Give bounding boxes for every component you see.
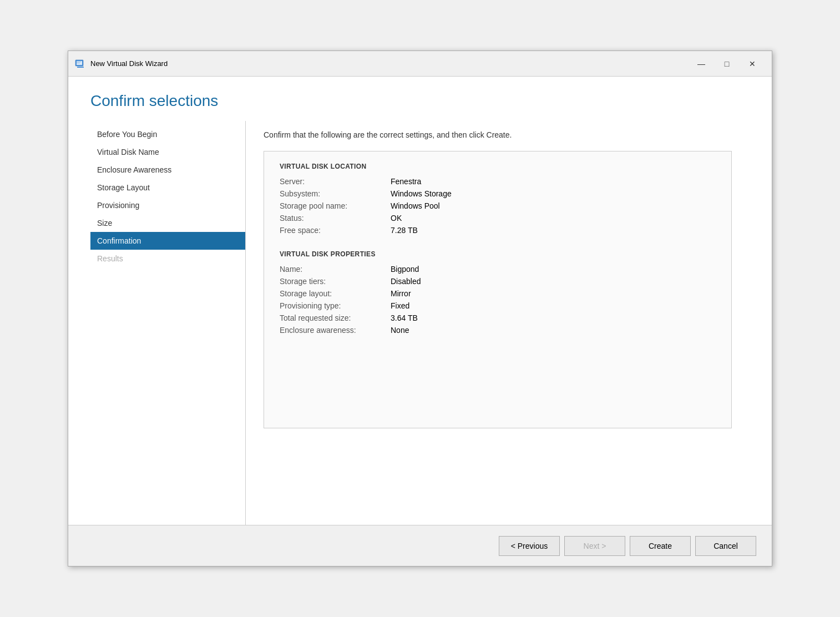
window-controls: — □ ✕ xyxy=(689,55,765,73)
info-value: Windows Pool xyxy=(391,201,440,210)
info-label: Free space: xyxy=(280,226,391,235)
info-row: Total requested size:3.64 TB xyxy=(280,313,716,322)
info-label: Status: xyxy=(280,214,391,222)
page-title: Confirm selections xyxy=(90,92,750,110)
next-button[interactable]: Next > xyxy=(564,536,625,556)
minimize-button[interactable]: — xyxy=(689,55,714,73)
sidebar-item-storage-layout[interactable]: Storage Layout xyxy=(90,179,245,196)
info-row: Storage tiers:Disabled xyxy=(280,277,716,286)
sidebar-item-provisioning[interactable]: Provisioning xyxy=(90,196,245,214)
properties-section-title: VIRTUAL DISK PROPERTIES xyxy=(280,250,716,258)
info-label: Total requested size: xyxy=(280,313,391,322)
info-label: Storage layout: xyxy=(280,289,391,298)
app-icon xyxy=(75,58,86,69)
info-label: Enclosure awareness: xyxy=(280,326,391,335)
sidebar-item-before-you-begin[interactable]: Before You Begin xyxy=(90,125,245,143)
info-value: Mirror xyxy=(391,289,411,298)
info-label: Name: xyxy=(280,265,391,274)
content-area: Confirm selections Before You BeginVirtu… xyxy=(68,77,772,525)
sidebar: Before You BeginVirtual Disk NameEnclosu… xyxy=(90,121,246,525)
info-row: Free space:7.28 TB xyxy=(280,226,716,235)
previous-button[interactable]: < Previous xyxy=(499,536,560,556)
info-value: Fixed xyxy=(391,301,409,310)
cancel-button[interactable]: Cancel xyxy=(695,536,756,556)
info-row: Provisioning type:Fixed xyxy=(280,301,716,310)
info-row: Name:Bigpond xyxy=(280,265,716,274)
sidebar-item-size[interactable]: Size xyxy=(90,214,245,232)
sidebar-item-results: Results xyxy=(90,250,245,267)
close-button[interactable]: ✕ xyxy=(740,55,765,73)
info-value: 3.64 TB xyxy=(391,313,418,322)
sidebar-item-confirmation[interactable]: Confirmation xyxy=(90,232,245,250)
info-value: Fenestra xyxy=(391,177,421,186)
window-title: New Virtual Disk Wizard xyxy=(90,59,689,68)
info-row: Subsystem:Windows Storage xyxy=(280,189,716,198)
footer: < Previous Next > Create Cancel xyxy=(68,525,772,566)
info-value: Bigpond xyxy=(391,265,419,274)
sidebar-item-virtual-disk-name[interactable]: Virtual Disk Name xyxy=(90,143,245,161)
info-label: Storage pool name: xyxy=(280,201,391,210)
description-text: Confirm that the following are the corre… xyxy=(264,130,732,141)
info-label: Provisioning type: xyxy=(280,301,391,310)
info-label: Server: xyxy=(280,177,391,186)
page-header: Confirm selections xyxy=(68,77,772,121)
info-row: Enclosure awareness:None xyxy=(280,326,716,335)
info-value: Disabled xyxy=(391,277,421,286)
sidebar-item-enclosure-awareness[interactable]: Enclosure Awareness xyxy=(90,161,245,179)
info-value: None xyxy=(391,326,409,335)
properties-table: Name:BigpondStorage tiers:DisabledStorag… xyxy=(280,265,716,335)
svg-rect-3 xyxy=(77,62,81,62)
info-label: Subsystem: xyxy=(280,189,391,198)
info-row: Storage pool name:Windows Pool xyxy=(280,201,716,210)
location-table: Server:FenestraSubsystem:Windows Storage… xyxy=(280,177,716,235)
title-bar: New Virtual Disk Wizard — □ ✕ xyxy=(68,51,772,77)
info-row: Server:Fenestra xyxy=(280,177,716,186)
info-value: Windows Storage xyxy=(391,189,452,198)
info-value: OK xyxy=(391,214,402,222)
right-panel: Confirm that the following are the corre… xyxy=(246,121,750,525)
info-box: VIRTUAL DISK LOCATION Server:FenestraSub… xyxy=(264,151,732,428)
wizard-window: New Virtual Disk Wizard — □ ✕ Confirm se… xyxy=(68,50,772,567)
location-section-title: VIRTUAL DISK LOCATION xyxy=(280,163,716,170)
svg-rect-4 xyxy=(77,63,80,63)
maximize-button[interactable]: □ xyxy=(714,55,740,73)
svg-rect-2 xyxy=(77,67,84,68)
info-row: Storage layout:Mirror xyxy=(280,289,716,298)
info-label: Storage tiers: xyxy=(280,277,391,286)
info-row: Status:OK xyxy=(280,214,716,222)
info-value: 7.28 TB xyxy=(391,226,418,235)
create-button[interactable]: Create xyxy=(630,536,691,556)
main-body: Before You BeginVirtual Disk NameEnclosu… xyxy=(68,121,772,525)
